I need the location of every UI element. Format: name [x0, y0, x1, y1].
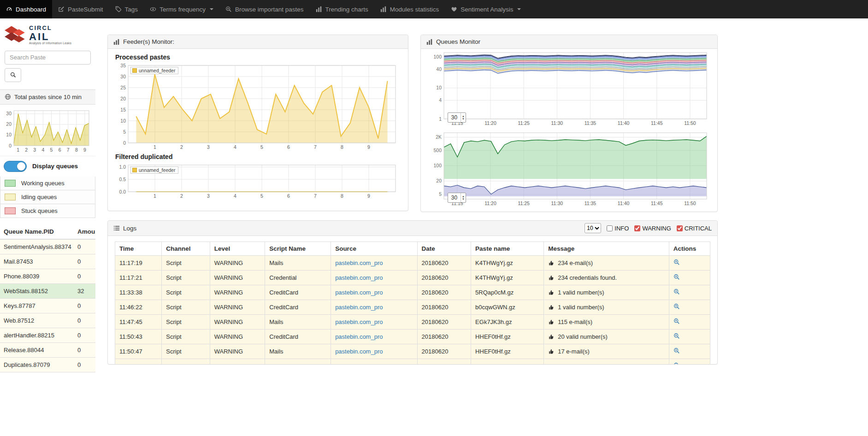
inspect-paste-button[interactable]: [673, 348, 680, 354]
log-channel: Script: [162, 330, 210, 344]
logs-table: Time Channel Level Script Name Source Da…: [115, 242, 710, 365]
queue-row: alertHandler.88215 0: [0, 328, 95, 342]
svg-text:11:30: 11:30: [551, 120, 563, 126]
log-level: WARNING: [210, 344, 265, 359]
queue-amount: 0: [74, 328, 95, 342]
log-source-link[interactable]: pastebin.com_pro: [335, 348, 383, 355]
queue-amount: 0: [74, 254, 95, 269]
inspect-paste-button[interactable]: [673, 303, 680, 310]
col-source: Source: [331, 242, 417, 256]
svg-text:15: 15: [120, 107, 126, 112]
log-source-link[interactable]: pastebin.com_pro: [335, 259, 383, 266]
nav-browse-important-pastes[interactable]: Browse important pastes: [219, 0, 310, 18]
thumbs-up-icon: [548, 334, 555, 340]
search-paste-input[interactable]: [5, 51, 91, 65]
nav-tags[interactable]: Tags: [109, 0, 144, 18]
filter-critical: CRITICAL: [677, 225, 712, 232]
queue-amount: 0: [74, 298, 95, 313]
svg-text:5: 5: [123, 129, 126, 135]
nav-label: PasteSubmit: [68, 6, 103, 13]
log-paste-name: EGk7JK3h.gz: [471, 315, 544, 330]
filter-label: WARNING: [642, 225, 671, 232]
queue-status-table: Queue Name.PID Amount SentimentAnalysis.…: [0, 224, 95, 372]
sidebar: CIRCL AIL Analysis of Information Leaks …: [0, 18, 95, 436]
logs-panel: Logs 10 INFO WARNING CRITICAL: [107, 220, 718, 365]
log-source-link[interactable]: pastebin.com_pro: [335, 289, 383, 296]
spinner-arrows-icon[interactable]: ▲▼: [461, 113, 466, 122]
log-script-name: CreditCard: [265, 330, 331, 344]
filtered-duplicated-chart: 0.00.51.0123456789unnamed_feeder: [115, 162, 400, 199]
svg-text:4: 4: [234, 193, 236, 199]
legend-stuck-queues: Stuck queues: [0, 204, 95, 218]
inspect-paste-button[interactable]: [673, 274, 680, 280]
inspect-paste-button[interactable]: [673, 289, 680, 295]
display-queues-toggle[interactable]: [4, 161, 27, 172]
inspect-paste-button[interactable]: [673, 333, 680, 339]
page-size-select[interactable]: 10: [585, 223, 601, 233]
svg-text:1: 1: [154, 144, 156, 150]
filtered-duplicated-title: Filtered duplicated: [115, 153, 401, 160]
log-source-link[interactable]: pastebin.com_pro: [335, 304, 383, 311]
svg-text:11:50: 11:50: [684, 200, 696, 206]
nav-modules-statistics[interactable]: Modules statistics: [374, 0, 445, 18]
svg-text:1: 1: [17, 147, 19, 152]
toggle-knob: [17, 162, 25, 171]
log-source-link[interactable]: pastebin.com_pro: [335, 274, 383, 281]
search-button[interactable]: [5, 68, 21, 82]
svg-text:9: 9: [367, 144, 370, 150]
log-message: 234 e-mail(s): [558, 259, 593, 266]
log-row: 11:50:47 Script WARNING Mails pastebin.c…: [115, 344, 710, 359]
queue-row: Release.88044 0: [0, 342, 95, 357]
info-checkbox[interactable]: [607, 225, 613, 231]
nav-pastesubmit[interactable]: PasteSubmit: [52, 0, 109, 18]
log-level: WARNING: [210, 285, 265, 300]
filter-warning: WARNING: [634, 225, 671, 232]
filter-label: INFO: [614, 225, 629, 232]
top-navbar: Dashboard PasteSubmit Tags Terms frequen…: [0, 0, 868, 18]
logo-org: CIRCL: [29, 25, 71, 31]
zoom-in-icon: [673, 303, 680, 310]
nav-label: Trending charts: [325, 6, 368, 13]
log-source-link[interactable]: pastebin.com_pro: [335, 318, 383, 325]
queue-window-input[interactable]: 30 ▲▼: [448, 193, 466, 203]
nav-dashboard[interactable]: Dashboard: [0, 0, 52, 18]
svg-text:5: 5: [50, 147, 53, 152]
search-icon: [10, 72, 16, 78]
spinner-arrows-icon[interactable]: ▲▼: [461, 193, 466, 202]
svg-text:0.0: 0.0: [119, 189, 126, 194]
svg-text:1: 1: [154, 193, 156, 199]
log-paste-name: b0cqwGWN.gz: [471, 300, 544, 315]
inspect-paste-button[interactable]: [673, 362, 680, 365]
feeder-panel-heading: Feeder(s) Monitor:: [108, 35, 408, 49]
bar-chart-icon: [380, 6, 387, 12]
col-channel: Channel: [162, 242, 210, 256]
display-queues-label: Display queues: [32, 163, 78, 170]
svg-text:8: 8: [341, 193, 343, 199]
nav-terms-frequency[interactable]: Terms frequency: [144, 0, 219, 18]
log-date: 20180620: [417, 315, 471, 330]
svg-text:9: 9: [83, 147, 86, 152]
log-paste-name: 5RQap0cM.gz: [471, 285, 544, 300]
log-source-link[interactable]: pastebin.com_pro: [335, 333, 383, 340]
queues-panel-title: Queues Monitor: [436, 38, 480, 45]
inspect-paste-button[interactable]: [673, 318, 680, 324]
log-level: WARNING: [210, 271, 265, 285]
log-message: 234 credentials found.: [558, 274, 617, 281]
critical-checkbox[interactable]: [677, 225, 683, 231]
svg-text:11:40: 11:40: [618, 200, 630, 206]
svg-text:6: 6: [59, 147, 61, 152]
col-paste-name: Paste name: [471, 242, 544, 256]
log-paste-name: qCPGbuBx.gz: [471, 359, 544, 365]
svg-text:10: 10: [6, 132, 12, 137]
search-plus-icon: [225, 6, 232, 12]
log-source-link[interactable]: pastebin.com_pro: [335, 363, 383, 365]
warning-checkbox[interactable]: [634, 225, 640, 231]
inspect-paste-button[interactable]: [673, 259, 680, 265]
queue-window-input[interactable]: 30 ▲▼: [448, 112, 466, 123]
log-time: 11:47:45: [115, 315, 162, 330]
nav-trending-charts[interactable]: Trending charts: [310, 0, 374, 18]
nav-sentiment-analysis[interactable]: Sentiment Analysis: [445, 0, 527, 18]
log-message: 1 valid number(s): [558, 363, 604, 365]
log-paste-name: HHEF0tHf.gz: [471, 330, 544, 344]
queue-name: Release.88044: [0, 342, 74, 357]
